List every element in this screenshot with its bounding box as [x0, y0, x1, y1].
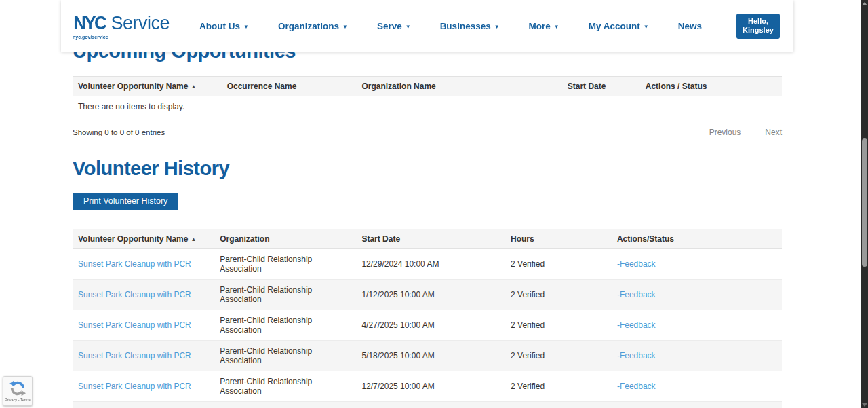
opportunity-link[interactable]: Sunset Park Cleanup with PCR [78, 382, 191, 391]
main-nav: About Us ▼ Organizations ▼ Serve ▼ Busin… [193, 21, 736, 31]
scrollbar-up-arrow-icon[interactable] [862, 2, 867, 5]
feedback-link[interactable]: -Feedback [617, 381, 776, 392]
opportunity-link[interactable]: Sunset Park Cleanup with PCR [78, 351, 191, 360]
nav-my-account-label: My Account [589, 21, 640, 31]
greeting-line1: Hello, [736, 17, 780, 26]
col-start-date[interactable]: Start Date [356, 229, 505, 249]
nav-organizations[interactable]: Organizations ▼ [278, 21, 348, 31]
nyc-service-logo[interactable]: NYC Service nyc.gov/service [73, 13, 170, 39]
upcoming-opportunities-table: Volunteer Opportunity Name▲ Occurrence N… [73, 76, 782, 117]
table-header-row: Volunteer Opportunity Name▲ Organization… [73, 229, 782, 249]
nyc-logo-mark: NYC [73, 13, 105, 34]
sort-asc-icon: ▲ [191, 236, 196, 242]
start-date-cell: 4/27/2025 10:00 AM [356, 310, 505, 341]
vertical-scrollbar[interactable] [861, 0, 868, 408]
nav-businesses-label: Businesses [440, 21, 491, 31]
opportunity-link[interactable]: Sunset Park Cleanup with PCR [78, 259, 191, 269]
col-actions-status[interactable]: Actions/Status [612, 229, 782, 249]
col-hours[interactable]: Hours [505, 229, 612, 249]
recaptcha-icon [9, 380, 26, 396]
feedback-link[interactable]: -Feedback [617, 259, 776, 270]
opportunity-link[interactable]: Sunset Park Cleanup with PCR [78, 290, 191, 299]
start-date-cell: 12/29/2024 10:00 AM [356, 249, 505, 280]
organization-cell: Parent-Child Relationship Association [214, 280, 356, 310]
start-date-cell: 12/7/2025 10:00 AM [356, 371, 505, 402]
print-volunteer-history-button[interactable]: Print Volunteer History [73, 193, 178, 210]
hours-cell: 2 Verified [505, 310, 612, 341]
col-occurrence-name[interactable]: Occurrence Name [222, 77, 357, 96]
upcoming-showing-entries: Showing 0 to 0 of 0 entries [73, 128, 165, 136]
account-greeting-button[interactable]: Hello, Kingsley [736, 14, 780, 39]
history-row: Sunset Park Cleanup with PCR Parent-Chil… [73, 402, 782, 408]
nav-about-us-label: About Us [199, 21, 240, 31]
recaptcha-privacy-terms[interactable]: Privacy - Terms [5, 398, 31, 402]
feedback-link[interactable]: -Feedback [617, 350, 776, 362]
logo-service-text: Service [111, 13, 170, 34]
site-header: NYC Service nyc.gov/service About Us ▼ O… [61, 0, 793, 52]
nav-more[interactable]: More ▼ [529, 21, 559, 31]
hours-cell: 2 Verified [505, 341, 612, 371]
col-volunteer-opportunity-name[interactable]: Volunteer Opportunity Name▲ [73, 229, 214, 249]
upcoming-previous-button[interactable]: Previous [709, 128, 741, 137]
logo-tagline: nyc.gov/service [73, 35, 170, 39]
upcoming-next-button[interactable]: Next [765, 128, 782, 137]
opportunity-link[interactable]: Sunset Park Cleanup with PCR [78, 320, 191, 330]
history-row: Sunset Park Cleanup with PCR Parent-Chil… [73, 249, 782, 280]
scrollbar-thumb[interactable] [862, 138, 867, 267]
nav-about-us[interactable]: About Us ▼ [199, 21, 249, 31]
nav-businesses[interactable]: Businesses ▼ [440, 21, 500, 31]
hours-cell: 2 Verified [505, 280, 612, 310]
nav-serve-label: Serve [377, 21, 402, 31]
history-row: Sunset Park Cleanup with PCR Parent-Chil… [73, 310, 782, 341]
nav-news[interactable]: News [678, 21, 702, 31]
start-date-cell: 12/21/2025 10:00 AM [356, 402, 505, 408]
hours-cell: 2 [505, 402, 612, 408]
chevron-down-icon: ▼ [554, 24, 559, 30]
chevron-down-icon: ▼ [644, 24, 649, 30]
chevron-down-icon: ▼ [494, 24, 500, 30]
history-row: Sunset Park Cleanup with PCR Parent-Chil… [73, 280, 782, 310]
nav-my-account[interactable]: My Account ▼ [589, 21, 649, 31]
col-start-date[interactable]: Start Date [562, 77, 640, 96]
history-row: Sunset Park Cleanup with PCR Parent-Chil… [73, 371, 782, 402]
chevron-down-icon: ▼ [406, 24, 411, 30]
greeting-line2: Kingsley [736, 26, 780, 35]
organization-cell: Parent-Child Relationship Association [214, 310, 356, 341]
upcoming-pagination: Previous Next [685, 128, 782, 137]
organization-cell: Parent-Child Relationship Association [214, 371, 356, 402]
nav-serve[interactable]: Serve ▼ [377, 21, 411, 31]
feedback-link[interactable]: -Feedback [617, 289, 776, 301]
page-content: Upcoming Opportunities Volunteer Opportu… [61, 38, 793, 408]
col-organization[interactable]: Organization [214, 229, 356, 249]
table-header-row: Volunteer Opportunity Name▲ Occurrence N… [73, 77, 782, 96]
chevron-down-icon: ▼ [243, 24, 249, 30]
empty-row: There are no items to display. [73, 96, 782, 117]
col-organization-name[interactable]: Organization Name [356, 77, 561, 96]
hours-cell: 2 Verified [505, 371, 612, 402]
col-volunteer-opportunity-name[interactable]: Volunteer Opportunity Name▲ [73, 77, 222, 96]
feedback-link[interactable]: -Feedback [617, 320, 776, 331]
col-actions-status[interactable]: Actions / Status [640, 77, 782, 96]
nav-organizations-label: Organizations [278, 21, 339, 31]
empty-message: There are no items to display. [73, 96, 782, 117]
sort-asc-icon: ▲ [191, 84, 196, 90]
start-date-cell: 5/18/2025 10:00 AM [356, 341, 505, 371]
nav-news-label: News [678, 21, 702, 31]
scrollbar-down-arrow-icon[interactable] [862, 403, 867, 407]
organization-cell: Parent-Child Relationship Association [214, 341, 356, 371]
organization-cell: Parent-Child Relationship Association [214, 402, 356, 408]
history-row: Sunset Park Cleanup with PCR Parent-Chil… [73, 341, 782, 371]
hours-cell: 2 Verified [505, 249, 612, 280]
nav-more-label: More [529, 21, 551, 31]
volunteer-history-title: Volunteer History [73, 155, 793, 181]
organization-cell: Parent-Child Relationship Association [214, 249, 356, 280]
volunteer-history-table: Volunteer Opportunity Name▲ Organization… [73, 229, 782, 408]
recaptcha-badge[interactable]: Privacy - Terms [3, 376, 33, 406]
start-date-cell: 1/12/2025 10:00 AM [356, 280, 505, 310]
chevron-down-icon: ▼ [342, 24, 348, 30]
